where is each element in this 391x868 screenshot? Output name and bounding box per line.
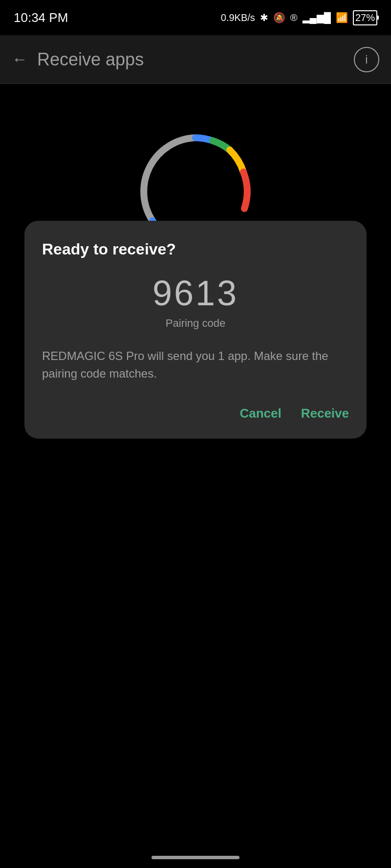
battery-icon: 27%	[353, 10, 377, 25]
pairing-code-label: Pairing code	[42, 317, 349, 330]
main-content: Ready to receive? 9613 Pairing code REDM…	[0, 84, 391, 868]
app-bar: ← Receive apps i	[0, 35, 391, 84]
dialog-message: REDMAGIC 6S Pro will send you 1 app. Mak…	[42, 347, 349, 382]
mute-icon: 🔕	[273, 12, 285, 23]
status-icons: 0.9KB/s ✱ 🔕 ® ▂▄▆█ 📶 27%	[221, 10, 377, 25]
bluetooth-icon: ✱	[260, 12, 268, 23]
dialog-title: Ready to receive?	[42, 240, 349, 258]
wifi-icon: 📶	[336, 12, 348, 23]
dialog: Ready to receive? 9613 Pairing code REDM…	[24, 221, 367, 439]
grey-arc	[144, 138, 196, 221]
status-bar: 10:34 PM 0.9KB/s ✱ 🔕 ® ▂▄▆█ 📶 27%	[0, 0, 391, 35]
red-arc	[243, 172, 247, 209]
page-title: Receive apps	[37, 49, 144, 70]
registered-icon: ®	[290, 12, 298, 23]
back-button[interactable]: ←	[12, 50, 27, 68]
status-time: 10:34 PM	[14, 10, 68, 25]
info-button[interactable]: i	[354, 47, 379, 72]
home-indicator	[152, 856, 239, 859]
info-icon: i	[365, 53, 368, 66]
network-speed: 0.9KB/s	[221, 12, 255, 23]
dialog-buttons: Cancel Receive	[42, 406, 349, 421]
receive-button[interactable]: Receive	[301, 406, 349, 421]
cancel-button[interactable]: Cancel	[239, 406, 281, 421]
signal-icon: ▂▄▆█	[303, 12, 331, 23]
pairing-code: 9613	[42, 273, 349, 313]
app-bar-left: ← Receive apps	[12, 49, 144, 70]
yellow-arc	[230, 150, 243, 172]
